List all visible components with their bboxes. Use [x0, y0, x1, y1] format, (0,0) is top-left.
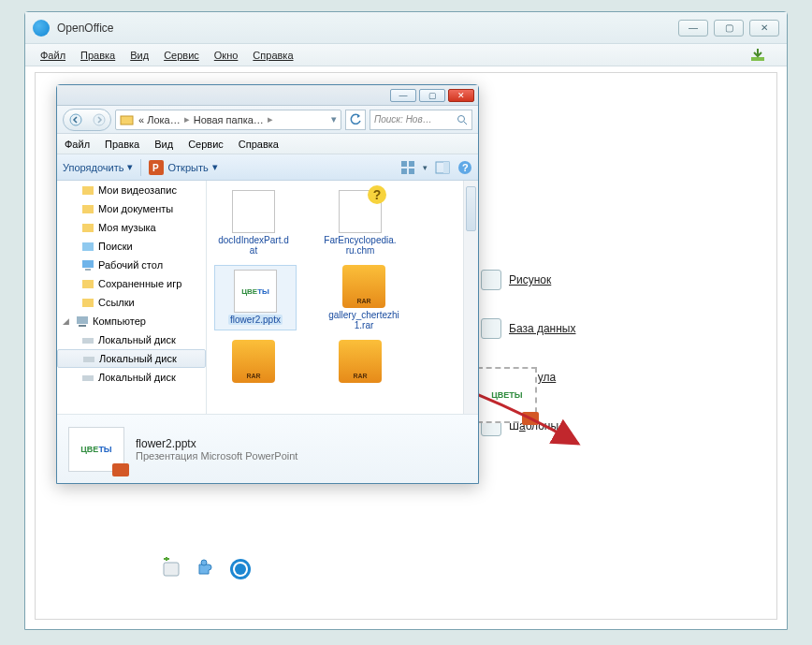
open-button[interactable]: P Открыть ▾: [149, 160, 217, 175]
svg-rect-8: [121, 116, 133, 125]
explorer-menu-help[interactable]: Справка: [239, 139, 279, 150]
close-button[interactable]: ✕: [749, 20, 779, 37]
file-item[interactable]: [214, 340, 293, 385]
scrollbar[interactable]: [463, 181, 478, 414]
svg-rect-28: [77, 316, 88, 324]
import-icon[interactable]: [742, 48, 774, 63]
file-item[interactable]: ? FarEncyclopedia.ru.chm: [321, 190, 399, 256]
powerpoint-badge-icon: [522, 412, 539, 425]
scrollbar-thumb[interactable]: [466, 186, 476, 231]
openoffice-tool-row: [159, 555, 254, 583]
tree-item-selected: Локальный диск: [57, 349, 206, 368]
dropdown-icon[interactable]: ▾: [331, 113, 337, 125]
organize-button[interactable]: Упорядочить ▾: [63, 161, 133, 173]
explorer-maximize-button[interactable]: ▢: [419, 89, 445, 102]
folder-icon: [81, 296, 94, 309]
details-filename: flower2.pptx: [136, 437, 297, 450]
menu-file[interactable]: Файл: [33, 50, 73, 61]
svg-rect-23: [82, 242, 94, 251]
tree-item: Локальный диск: [57, 330, 206, 349]
svg-rect-26: [82, 280, 94, 288]
svg-rect-29: [79, 325, 86, 327]
openoffice-menubar: Файл Правка Вид Сервис Окно Справка: [25, 44, 787, 66]
maximize-button[interactable]: ▢: [714, 20, 744, 37]
file-item[interactable]: docIdIndexPart.dat: [214, 190, 293, 256]
refresh-button[interactable]: [345, 110, 366, 130]
openoffice-logo-icon: [33, 20, 50, 37]
chm-file-icon: ?: [339, 190, 382, 233]
svg-rect-15: [409, 169, 414, 174]
view-mode-icon[interactable]: [400, 160, 415, 175]
file-item[interactable]: [321, 340, 399, 385]
nav-forward-icon[interactable]: [87, 110, 110, 130]
explorer-menu-service[interactable]: Сервис: [188, 139, 224, 150]
startcenter-database[interactable]: База данных: [481, 318, 575, 339]
addons-icon[interactable]: [193, 555, 221, 583]
menu-service[interactable]: Сервис: [156, 50, 207, 61]
svg-rect-25: [85, 269, 91, 271]
explorer-details-pane: ЦВЕТЫ flower2.pptx Презентация Microsoft…: [57, 414, 478, 483]
explorer-menu-view[interactable]: Вид: [154, 139, 173, 150]
chevron-down-icon[interactable]: ▾: [423, 163, 428, 172]
svg-rect-20: [82, 186, 94, 195]
svg-text:P: P: [152, 163, 159, 173]
svg-rect-22: [82, 224, 94, 232]
folder-icon: [120, 112, 135, 127]
separator-icon: [140, 159, 141, 176]
explorer-body: Мои видеозапис Мои документы Моя музыка …: [57, 181, 478, 414]
tree-item: Мои видеозапис: [57, 181, 206, 199]
folder-icon: [81, 221, 94, 234]
svg-point-5: [235, 564, 246, 575]
file-item-selected[interactable]: ЦВЕТЫ flower2.pptx: [214, 265, 297, 330]
nav-back-icon[interactable]: [64, 110, 87, 130]
drag-ghost-end: ЦВЕТЫ: [477, 367, 537, 423]
help-icon[interactable]: ?: [457, 160, 472, 175]
breadcrumb-2[interactable]: Новая папка…: [194, 114, 264, 125]
preview-pane-icon[interactable]: [435, 160, 450, 175]
breadcrumb-1[interactable]: « Лока…: [138, 114, 181, 125]
menu-help[interactable]: Справка: [245, 50, 300, 61]
search-input[interactable]: Поиск: Нов…: [370, 110, 472, 130]
chevron-down-icon: ▾: [212, 161, 218, 173]
pptx-file-icon: ЦВЕТЫ: [234, 270, 277, 313]
address-bar[interactable]: « Лока… ▸ Новая папка… ▸ ▾: [115, 110, 341, 130]
tree-item: Мои документы: [57, 199, 206, 218]
tree-item: Локальный диск: [57, 368, 206, 387]
explorer-menu-edit[interactable]: Правка: [105, 139, 139, 150]
svg-rect-1: [164, 563, 179, 576]
question-icon: ?: [368, 185, 386, 204]
openoffice-titlebar[interactable]: OpenOffice — ▢ ✕: [25, 12, 787, 44]
menu-window[interactable]: Окно: [207, 50, 246, 61]
folder-icon: [81, 202, 94, 215]
rar-file-icon: [339, 340, 382, 383]
svg-rect-12: [401, 161, 407, 167]
minimize-button[interactable]: —: [678, 20, 708, 37]
expand-icon[interactable]: ◢: [63, 316, 72, 326]
explorer-titlebar[interactable]: — ▢ ✕: [57, 85, 478, 106]
svg-rect-31: [83, 357, 94, 362]
breadcrumb-sep-icon: ▸: [268, 113, 273, 125]
drive-icon: [82, 352, 95, 365]
desktop-icon: [81, 258, 94, 271]
nav-back-forward[interactable]: [63, 109, 111, 131]
computer-icon: [76, 315, 89, 328]
startcenter-drawing[interactable]: Рисунок: [481, 270, 551, 290]
tree-item-computer: ◢Компьютер: [57, 312, 206, 330]
explorer-close-button[interactable]: ✕: [448, 89, 474, 102]
drive-icon: [81, 333, 94, 346]
svg-rect-13: [409, 161, 414, 167]
svg-rect-24: [82, 260, 94, 268]
powerpoint-icon: P: [149, 160, 164, 175]
extensions-icon[interactable]: [159, 555, 187, 583]
search-placeholder: Поиск: Нов…: [374, 114, 432, 125]
explorer-tree[interactable]: Мои видеозапис Мои документы Моя музыка …: [57, 181, 207, 414]
svg-point-6: [70, 114, 81, 125]
chevron-down-icon: ▾: [127, 161, 133, 173]
info-icon[interactable]: [226, 555, 254, 583]
explorer-file-pane[interactable]: docIdIndexPart.dat ? FarEncyclopedia.ru.…: [207, 181, 478, 414]
explorer-minimize-button[interactable]: —: [390, 89, 416, 102]
menu-view[interactable]: Вид: [123, 50, 156, 61]
file-item[interactable]: gallery_chertezhi 1.rar: [325, 265, 403, 330]
menu-edit[interactable]: Правка: [73, 50, 123, 61]
explorer-menu-file[interactable]: Файл: [65, 139, 90, 150]
